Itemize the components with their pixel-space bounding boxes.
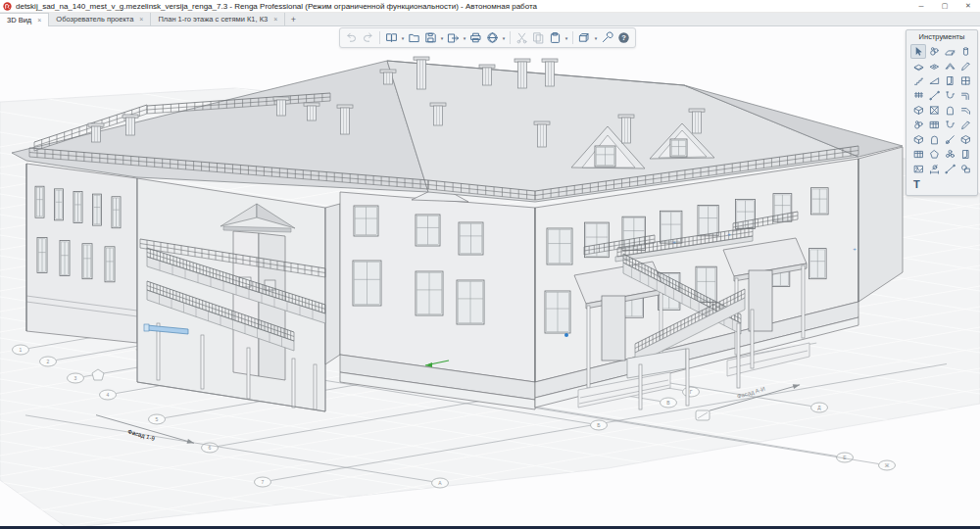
select-tool[interactable] <box>910 44 926 59</box>
tab-3[interactable]: План 1-го этажа с сетями К1, К3× <box>151 13 285 25</box>
arch-opening-tool[interactable] <box>926 132 942 147</box>
marker-tool-icon <box>960 120 971 130</box>
settings-button[interactable] <box>599 29 615 46</box>
save-button[interactable] <box>422 29 439 46</box>
duct-route-tool[interactable] <box>957 103 973 118</box>
plumbing-fixture-tool-icon <box>945 90 956 101</box>
new-tab-button[interactable]: + <box>285 13 301 25</box>
schedule-tool-icon <box>913 149 924 160</box>
tab-close-icon[interactable]: × <box>37 17 41 24</box>
wall-tool[interactable] <box>942 44 957 59</box>
opening-tool[interactable] <box>926 59 942 73</box>
window-tool-icon <box>960 75 971 86</box>
roof-tool[interactable] <box>942 59 957 73</box>
redo-icon <box>362 31 374 44</box>
duct-route-tool-icon <box>960 105 971 116</box>
stair-tool-icon <box>913 75 924 86</box>
beam-tool-icon <box>960 61 971 72</box>
project-menu-button[interactable] <box>383 29 400 46</box>
railing-tool[interactable] <box>910 88 926 103</box>
help-icon: ? <box>617 31 630 44</box>
open-folder-icon <box>408 31 420 44</box>
beam-tool[interactable] <box>957 59 973 73</box>
door-tool[interactable] <box>942 73 957 88</box>
paste-button[interactable] <box>547 29 564 46</box>
room-tool-icon <box>945 105 956 116</box>
paste-icon <box>549 31 562 44</box>
svg-text:1: 1 <box>20 347 23 353</box>
drawing-tool[interactable] <box>910 162 926 176</box>
undo-button[interactable] <box>343 29 360 46</box>
plate-tool-icon <box>929 149 940 160</box>
copy-icon <box>532 31 545 44</box>
equipment-tool-icon <box>929 105 940 116</box>
copy-style-tool-icon <box>929 46 940 57</box>
room-tool[interactable] <box>942 103 957 118</box>
export-icon <box>447 31 460 44</box>
panel-tool[interactable] <box>926 118 942 132</box>
cut-icon <box>515 31 528 44</box>
container-tool-icon <box>960 134 971 145</box>
open-button[interactable] <box>406 29 422 46</box>
fan-tool[interactable] <box>942 147 957 162</box>
paste-button-dropdown[interactable]: ▾ <box>564 35 569 41</box>
print-button[interactable] <box>467 29 484 46</box>
stair-tool[interactable] <box>910 73 926 88</box>
plumbing-fixture-tool[interactable] <box>942 88 957 103</box>
tab-1[interactable]: 3D Вид× <box>0 13 49 26</box>
svg-text:+: + <box>853 246 857 252</box>
close-button[interactable]: ✕ <box>956 0 980 12</box>
collaboration-button[interactable] <box>484 29 501 46</box>
project-book-icon <box>385 31 398 44</box>
redo-button[interactable] <box>360 29 376 46</box>
plate-tool[interactable] <box>926 147 942 162</box>
group-tool[interactable] <box>910 118 926 132</box>
assembly-tool[interactable] <box>910 103 926 118</box>
dimension-tool[interactable] <box>926 162 942 176</box>
opening-tool-icon <box>929 61 940 72</box>
maximize-button[interactable]: ▢ <box>933 0 956 12</box>
svg-text:?: ? <box>621 33 626 42</box>
tools-grid: T <box>906 43 977 195</box>
sanitary-tool[interactable] <box>942 118 957 132</box>
marker-tool[interactable] <box>957 118 973 132</box>
3d-viewport[interactable]: 1234567АБВГДЕЖ Фасад 1-9 Фасад А-И+++ <box>0 26 980 526</box>
equipment-tool[interactable] <box>926 103 942 118</box>
toolbar-separator <box>572 31 573 44</box>
object-styles-button[interactable] <box>576 29 593 46</box>
container-tool[interactable] <box>957 132 973 147</box>
route-tool-icon <box>945 134 956 145</box>
route-tool[interactable] <box>942 132 957 147</box>
section-tool[interactable] <box>957 162 973 176</box>
schedule-tool[interactable] <box>910 147 926 162</box>
line-tool[interactable] <box>926 88 942 103</box>
collaboration-button-dropdown[interactable]: ▾ <box>501 35 507 41</box>
collaboration-icon <box>486 31 499 44</box>
path-tool[interactable] <box>942 162 957 176</box>
window-tool[interactable] <box>957 73 973 88</box>
help-button[interactable]: ? <box>615 29 632 46</box>
component-tool[interactable] <box>910 132 926 147</box>
minimize-button[interactable]: ─ <box>909 0 933 12</box>
cut-button[interactable] <box>514 29 530 46</box>
sanitary-tool-icon <box>945 120 956 130</box>
panel-tool-icon <box>929 120 940 130</box>
text-tool[interactable]: T <box>910 176 973 191</box>
fan-tool-icon <box>945 149 956 160</box>
tab-close-icon[interactable]: × <box>273 16 277 23</box>
column-tool[interactable] <box>957 44 973 59</box>
ramp-tool[interactable] <box>926 73 942 88</box>
gate-tool[interactable] <box>957 147 973 162</box>
export-button[interactable] <box>445 29 462 46</box>
copy-style-tool[interactable] <box>926 44 942 59</box>
floor-tool[interactable] <box>910 59 926 73</box>
select-tool-icon <box>913 46 924 57</box>
copy-button[interactable] <box>530 29 547 46</box>
svg-text:Г: Г <box>690 389 693 395</box>
ramp-tool-icon <box>929 75 940 86</box>
tab-2[interactable]: Обозреватель проекта× <box>49 13 151 25</box>
tab-bar: 3D Вид×Обозреватель проекта×План 1-го эт… <box>0 13 980 26</box>
tab-close-icon[interactable]: × <box>139 16 143 23</box>
pipe-route-tool[interactable] <box>957 88 973 103</box>
railing-tool-icon <box>913 90 924 101</box>
